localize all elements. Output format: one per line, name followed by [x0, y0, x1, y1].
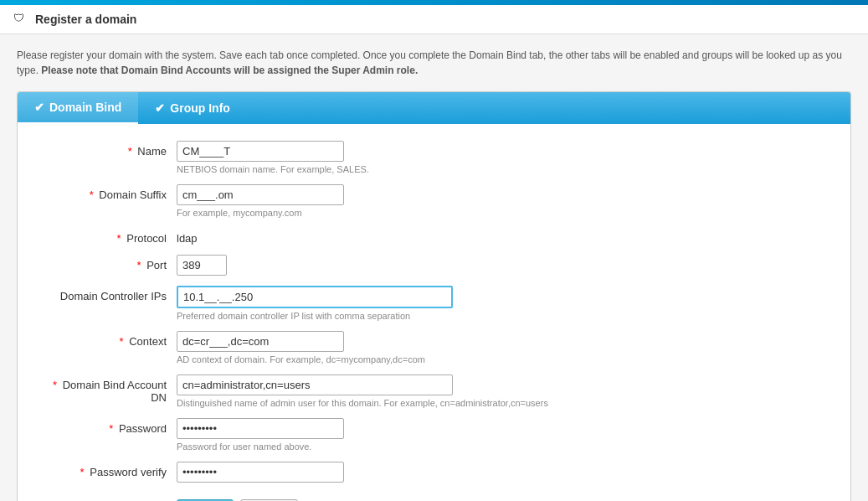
form-row-domain-suffix: * Domain Suffix For example, mycompany.c…: [34, 184, 825, 218]
field-group-protocol: ldap: [177, 228, 825, 245]
tabs-header: ✔ Domain Bind ✔ Group Info: [18, 92, 850, 124]
form-row-password-verify: * Password verify: [34, 462, 825, 483]
label-password-verify: * Password verify: [34, 462, 177, 478]
name-hint: NETBIOS domain name. For example, SALES.: [177, 164, 825, 174]
field-group-domain-suffix: For example, mycompany.com: [177, 184, 825, 218]
dc-ips-hint: Preferred domain controller IP list with…: [177, 311, 825, 321]
label-port: * Port: [34, 255, 177, 271]
form-row-name: * Name NETBIOS domain name. For example,…: [34, 141, 825, 174]
label-password: * Password: [34, 418, 177, 435]
field-group-password: Password for user named above.: [177, 418, 825, 452]
domain-suffix-input[interactable]: [177, 184, 344, 205]
context-hint: AD context of domain. For example, dc=my…: [177, 354, 825, 364]
field-group-dc-ips: Preferred domain controller IP list with…: [177, 286, 825, 321]
domain-suffix-hint: For example, mycompany.com: [177, 208, 825, 218]
tab-group-info-label: Group Info: [170, 101, 230, 115]
label-dc-ips: Domain Controller IPs: [34, 286, 177, 302]
password-verify-input[interactable]: [177, 462, 344, 483]
name-input[interactable]: [177, 141, 344, 162]
field-group-context: AD context of domain. For example, dc=my…: [177, 331, 825, 364]
page-title: Register a domain: [35, 13, 136, 26]
field-group-password-verify: [177, 462, 825, 483]
password-input[interactable]: [177, 418, 344, 439]
form-row-protocol: * Protocol ldap: [34, 228, 825, 245]
domain-registration-card: ✔ Domain Bind ✔ Group Info * Name NETBIO…: [17, 91, 851, 501]
password-hint: Password for user named above.: [177, 442, 825, 452]
field-group-name: NETBIOS domain name. For example, SALES.: [177, 141, 825, 174]
label-context: * Context: [34, 331, 177, 348]
shield-icon: 🛡: [13, 12, 28, 27]
field-group-port: [177, 255, 825, 276]
field-group-bind-dn: Distinguished name of admin user for thi…: [177, 374, 825, 408]
label-name: * Name: [34, 141, 177, 158]
bind-dn-hint: Distinguished name of admin user for thi…: [177, 398, 825, 408]
label-bind-dn: * Domain Bind Account DN: [34, 374, 177, 404]
form-row-password: * Password Password for user named above…: [34, 418, 825, 452]
check-icon-domain-bind: ✔: [34, 101, 44, 114]
context-input[interactable]: [177, 331, 344, 352]
protocol-value: ldap: [177, 228, 825, 245]
dc-ips-input[interactable]: [177, 286, 453, 308]
domain-bind-form: * Name NETBIOS domain name. For example,…: [18, 124, 850, 501]
header: 🛡 Register a domain: [0, 5, 868, 34]
form-row-port: * Port: [34, 255, 825, 276]
info-text: Please register your domain with the sys…: [17, 48, 851, 78]
tab-domain-bind-label: Domain Bind: [49, 101, 121, 114]
tab-group-info[interactable]: ✔ Group Info: [138, 92, 247, 124]
form-row-context: * Context AD context of domain. For exam…: [34, 331, 825, 364]
tab-domain-bind[interactable]: ✔ Domain Bind: [18, 92, 138, 124]
form-row-dc-ips: Domain Controller IPs Preferred domain c…: [34, 286, 825, 321]
label-protocol: * Protocol: [34, 228, 177, 245]
port-input[interactable]: [177, 255, 227, 276]
main-content: Please register your domain with the sys…: [0, 34, 868, 501]
bind-dn-input[interactable]: [177, 374, 453, 395]
form-row-bind-dn: * Domain Bind Account DN Distinguished n…: [34, 374, 825, 408]
label-domain-suffix: * Domain Suffix: [34, 184, 177, 201]
check-icon-group-info: ✔: [155, 101, 165, 115]
